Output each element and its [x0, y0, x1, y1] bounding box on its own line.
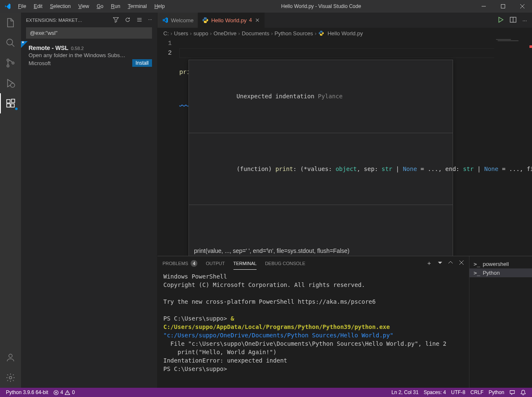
activity-explorer[interactable] [0, 13, 21, 33]
run-icon[interactable] [497, 16, 504, 24]
minimap-error-marker [529, 45, 532, 48]
activity-search[interactable] [0, 33, 21, 53]
terminal-dropdown-icon[interactable] [438, 260, 442, 267]
activity-source-control[interactable] [0, 53, 21, 73]
menu-view[interactable]: View [75, 2, 92, 11]
more-actions-icon[interactable]: ··· [522, 17, 527, 24]
recommended-badge-icon [21, 41, 28, 48]
status-encoding[interactable]: UTF-8 [448, 389, 468, 395]
python-file-icon [202, 17, 209, 24]
maximize-panel-icon[interactable] [448, 260, 453, 267]
panel-tab-output[interactable]: OUTPUT [206, 258, 225, 269]
svg-point-10 [9, 354, 12, 358]
split-editor-icon[interactable] [510, 16, 516, 24]
editor-tab-bar: Welcome Hello World.py 4 ··· [157, 13, 532, 28]
svg-point-11 [9, 376, 12, 379]
extensions-sidebar: EXTENSIONS: MARKET… ··· Remote - WSL 0.5… [21, 13, 157, 388]
extensions-search-input[interactable] [26, 27, 152, 39]
panel-tab-terminal[interactable]: TERMINAL [233, 258, 257, 270]
tab-close-icon[interactable] [254, 17, 260, 23]
breadcrumb[interactable]: C:› Users› suppo› OneDrive› Documents› P… [157, 28, 532, 39]
line-number-gutter: 1 2 [157, 39, 179, 256]
status-bar: Python 3.9.6 64-bit 4 0 Ln 2, Col 31 Spa… [0, 388, 532, 397]
vscode-logo-icon [0, 3, 15, 10]
svg-point-3 [7, 65, 9, 67]
status-notifications-icon[interactable] [518, 389, 529, 395]
terminal-item-python[interactable]: >_Python [469, 268, 532, 277]
code-editor[interactable]: 1 2 print("Hello, World!") print("Hello,… [157, 39, 532, 256]
close-panel-icon[interactable] [459, 260, 464, 267]
activity-bar [0, 13, 21, 388]
status-indentation[interactable]: Spaces: 4 [421, 389, 448, 395]
svg-point-12 [204, 18, 204, 18]
terminal-list: >_powershell >_Python [469, 256, 532, 388]
svg-rect-0 [501, 5, 505, 8]
extension-description: Open any folder in the Windows Subs… [29, 52, 152, 58]
filter-icon[interactable] [113, 17, 119, 24]
window-title: Hello World.py - Visual Studio Code [168, 3, 474, 9]
svg-point-1 [7, 39, 13, 45]
status-problems[interactable]: 4 0 [51, 389, 77, 395]
status-cursor-position[interactable]: Ln 2, Col 31 [389, 389, 421, 395]
svg-point-5 [10, 83, 15, 87]
activity-settings[interactable] [0, 368, 21, 388]
activity-extensions[interactable] [0, 93, 21, 113]
close-button[interactable] [513, 0, 532, 13]
title-bar: File Edit Selection View Go Run Terminal… [0, 0, 532, 13]
panel-tab-debug-console[interactable]: DEBUG CONSOLE [265, 258, 305, 269]
minimap[interactable] [494, 39, 532, 256]
sync-badge-icon [14, 107, 18, 111]
svg-point-2 [7, 59, 9, 61]
extension-publisher: Microsoft [29, 60, 51, 66]
clear-icon[interactable] [136, 17, 142, 24]
status-feedback-icon[interactable] [507, 389, 518, 395]
bottom-panel: PROBLEMS4 OUTPUT TERMINAL DEBUG CONSOLE … [157, 256, 532, 388]
extension-version: 0.58.2 [71, 46, 84, 51]
more-icon[interactable]: ··· [148, 17, 152, 24]
svg-point-4 [12, 62, 14, 64]
menu-go[interactable]: Go [93, 2, 107, 11]
svg-rect-9 [11, 99, 15, 103]
svg-rect-8 [11, 104, 14, 107]
menu-file[interactable]: File [15, 2, 29, 11]
extension-name: Remote - WSL [29, 45, 68, 51]
tab-welcome[interactable]: Welcome [157, 13, 198, 28]
tab-hello-world[interactable]: Hello World.py 4 [198, 13, 265, 28]
python-file-icon [318, 30, 324, 36]
window-controls [474, 0, 532, 13]
menu-help[interactable]: Help [151, 2, 168, 11]
menu-selection[interactable]: Selection [47, 2, 74, 11]
new-terminal-icon[interactable]: ＋ [426, 260, 432, 267]
maximize-button[interactable] [493, 0, 513, 13]
menu-bar: File Edit Selection View Go Run Terminal… [15, 2, 168, 11]
status-language[interactable]: Python [486, 389, 507, 395]
vscode-file-icon [162, 17, 168, 24]
activity-run-debug[interactable] [0, 73, 21, 93]
terminal-output[interactable]: Windows PowerShell Copyright (C) Microso… [157, 271, 469, 388]
menu-terminal[interactable]: Terminal [124, 2, 150, 11]
install-button[interactable]: Install [132, 59, 152, 67]
menu-run[interactable]: Run [107, 2, 123, 11]
terminal-icon: >_ [474, 261, 480, 267]
extension-list-item[interactable]: Remote - WSL 0.58.2 Open any folder in t… [21, 41, 157, 70]
sidebar-header: EXTENSIONS: MARKET… ··· [21, 13, 157, 27]
status-python-version[interactable]: Python 3.9.6 64-bit [3, 389, 51, 395]
terminal-icon: >_ [474, 270, 480, 276]
panel-tab-bar: PROBLEMS4 OUTPUT TERMINAL DEBUG CONSOLE … [157, 256, 469, 271]
terminal-item-powershell[interactable]: >_powershell [469, 260, 532, 268]
svg-rect-7 [7, 104, 10, 107]
sidebar-title: EXTENSIONS: MARKET… [26, 18, 82, 23]
svg-rect-6 [7, 100, 10, 103]
hover-tooltip: Unexpected indentation Pylance (function… [189, 60, 453, 256]
panel-tab-problems[interactable]: PROBLEMS4 [162, 257, 197, 270]
svg-point-13 [206, 22, 206, 22]
menu-edit[interactable]: Edit [30, 2, 46, 11]
refresh-icon[interactable] [125, 17, 131, 24]
activity-accounts[interactable] [0, 347, 21, 368]
status-eol[interactable]: CRLF [468, 389, 486, 395]
minimize-button[interactable] [474, 0, 493, 13]
